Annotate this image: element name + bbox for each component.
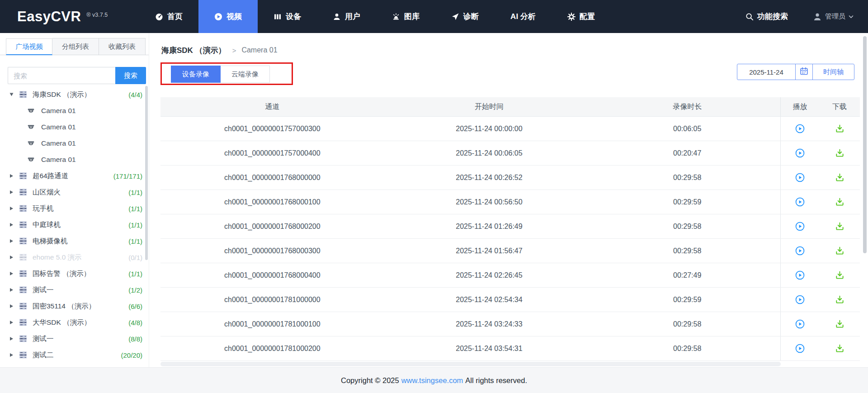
nav-item-diagnosis[interactable]: 诊断 bbox=[435, 0, 495, 33]
tree-leaf-camera[interactable]: Camera 01 bbox=[0, 135, 149, 152]
download-button[interactable] bbox=[833, 196, 846, 208]
tree-node[interactable]: 测试一 (8/8) bbox=[0, 331, 149, 347]
download-button[interactable] bbox=[833, 123, 846, 135]
tree-node[interactable]: 测试二 (20/20) bbox=[0, 347, 149, 363]
table-row: ch0001_00000001781000200 2025-11-24 03:5… bbox=[160, 336, 860, 361]
app-version: ® v3.7.5 bbox=[86, 12, 108, 18]
play-button[interactable] bbox=[794, 196, 807, 208]
table-row: ch0001_00000001768000400 2025-11-24 02:2… bbox=[160, 263, 860, 288]
expand-arrow-icon[interactable] bbox=[10, 223, 13, 227]
tab-cloud-recording[interactable]: 云端录像 bbox=[221, 66, 270, 83]
tree-group: 电梯摄像机 (1/1) bbox=[0, 233, 149, 249]
tree-node[interactable]: 电梯摄像机 (1/1) bbox=[0, 233, 149, 249]
function-search-button[interactable]: 功能搜索 bbox=[745, 11, 788, 22]
play-button[interactable] bbox=[794, 342, 807, 355]
play-button[interactable] bbox=[794, 294, 807, 306]
download-button[interactable] bbox=[833, 269, 846, 282]
tree-leaf-camera[interactable]: Camera 01 bbox=[0, 152, 149, 168]
nav-item-home[interactable]: 首页 bbox=[139, 0, 198, 33]
tree-node[interactable]: 山区烟火 (1/1) bbox=[0, 184, 149, 200]
play-button[interactable] bbox=[794, 318, 807, 331]
nav-item-gallery[interactable]: 图库 bbox=[376, 0, 435, 33]
nav-item-user[interactable]: 用户 bbox=[317, 0, 376, 33]
tree-node[interactable]: 国密35114 （演示） (6/6) bbox=[0, 298, 149, 314]
footer: Copyright © 2025 www.tsingsee.com All ri… bbox=[0, 367, 868, 393]
date-picker-group: 时间轴 bbox=[737, 64, 854, 80]
tree-node-label: ehome 5.0 演示 bbox=[33, 253, 82, 262]
play-button[interactable] bbox=[794, 123, 807, 135]
header-duration: 录像时长 bbox=[594, 97, 780, 116]
expand-arrow-icon[interactable] bbox=[10, 174, 13, 178]
tab-device-recording[interactable]: 设备录像 bbox=[171, 66, 221, 83]
page: EasyCVR ® v3.7.5 首页 视频 设备 bbox=[0, 0, 868, 393]
timeline-button[interactable]: 时间轴 bbox=[812, 64, 854, 80]
tree-node-label: 玩手机 bbox=[33, 204, 54, 213]
download-button[interactable] bbox=[833, 147, 846, 160]
calendar-button[interactable] bbox=[795, 64, 812, 80]
page-scrollbar[interactable] bbox=[863, 36, 867, 253]
expand-arrow-icon[interactable] bbox=[10, 207, 13, 210]
cell-fixed-columns bbox=[780, 190, 860, 214]
play-button[interactable] bbox=[794, 220, 807, 233]
device-tree: 海康SDK （演示） (4/4) Camera 01 bbox=[0, 86, 149, 363]
play-button[interactable] bbox=[794, 147, 807, 160]
play-button[interactable] bbox=[794, 245, 807, 257]
app-logo-text: EasyCVR bbox=[17, 0, 81, 33]
expand-arrow-icon[interactable] bbox=[10, 353, 13, 357]
header-fixed-columns: 播放 下载 bbox=[780, 97, 860, 116]
expand-arrow-icon[interactable] bbox=[10, 321, 13, 324]
download-button[interactable] bbox=[833, 171, 846, 184]
tree-node-count: (1/1) bbox=[128, 221, 142, 229]
search-button[interactable]: 搜索 bbox=[115, 67, 146, 84]
download-button[interactable] bbox=[833, 342, 846, 355]
expand-arrow-icon[interactable] bbox=[10, 239, 13, 243]
tab-square-video[interactable]: 广场视频 bbox=[6, 38, 52, 55]
tree-node-label: 海康SDK （演示） bbox=[33, 90, 91, 99]
tree-node[interactable]: 超64路通道 (171/171) bbox=[0, 168, 149, 184]
tree-group: 测试二 (20/20) bbox=[0, 347, 149, 363]
tree-node[interactable]: 大华SDK （演示） (4/8) bbox=[0, 314, 149, 331]
tree-node[interactable]: 中庭球机 (1/1) bbox=[0, 217, 149, 233]
download-button[interactable] bbox=[833, 220, 846, 233]
nav-item-device[interactable]: 设备 bbox=[258, 0, 317, 33]
cell-channel: ch0001_00000001768000000 bbox=[160, 166, 384, 189]
expand-arrow-icon[interactable] bbox=[10, 93, 14, 96]
expand-arrow-icon[interactable] bbox=[10, 337, 13, 341]
horizontal-scrollbar[interactable] bbox=[160, 362, 781, 366]
download-button[interactable] bbox=[833, 318, 846, 331]
tree-node[interactable]: 国标告警 （演示） (1/1) bbox=[0, 265, 149, 282]
play-button[interactable] bbox=[794, 269, 807, 282]
expand-arrow-icon[interactable] bbox=[10, 304, 13, 308]
device-group-icon bbox=[19, 319, 27, 326]
tree-node[interactable]: ehome 5.0 演示 (0/1) bbox=[0, 249, 149, 265]
sidebar-tabs: 广场视频 分组列表 收藏列表 bbox=[0, 38, 149, 55]
download-button[interactable] bbox=[833, 245, 846, 257]
sidebar-scrollbar[interactable] bbox=[145, 86, 148, 260]
expand-arrow-icon[interactable] bbox=[10, 256, 13, 259]
tree-node[interactable]: 海康SDK （演示） (4/4) bbox=[0, 86, 149, 103]
user-menu[interactable]: 管理员 bbox=[813, 12, 854, 21]
search-input[interactable] bbox=[8, 67, 115, 84]
expand-arrow-icon[interactable] bbox=[10, 272, 13, 275]
expand-arrow-icon[interactable] bbox=[10, 190, 13, 194]
nav-item-config[interactable]: 配置 bbox=[552, 0, 611, 33]
tree-node[interactable]: 测试一 (1/2) bbox=[0, 282, 149, 298]
nav-item-ai-analysis[interactable]: AI 分析 bbox=[495, 0, 552, 33]
camera-label: Camera 01 bbox=[41, 156, 76, 164]
expand-arrow-icon[interactable] bbox=[10, 288, 13, 292]
play-button[interactable] bbox=[794, 171, 807, 184]
breadcrumb-current: Camera 01 bbox=[241, 46, 277, 54]
cell-channel: ch0001_00000001781000100 bbox=[160, 312, 384, 336]
breadcrumb-parent[interactable]: 海康SDK （演示） bbox=[161, 45, 226, 56]
date-input[interactable] bbox=[737, 64, 795, 80]
main-nav: 首页 视频 设备 用户 bbox=[139, 0, 611, 33]
tab-favorites-list[interactable]: 收藏列表 bbox=[99, 38, 146, 55]
tree-leaf-camera[interactable]: Camera 01 bbox=[0, 119, 149, 135]
nav-item-label: 配置 bbox=[580, 11, 595, 22]
tab-group-list[interactable]: 分组列表 bbox=[52, 38, 99, 55]
tree-node[interactable]: 玩手机 (1/1) bbox=[0, 200, 149, 217]
download-button[interactable] bbox=[833, 294, 846, 306]
nav-item-video[interactable]: 视频 bbox=[198, 0, 258, 33]
tree-leaf-camera[interactable]: Camera 01 bbox=[0, 103, 149, 119]
footer-link[interactable]: www.tsingsee.com bbox=[401, 376, 463, 385]
